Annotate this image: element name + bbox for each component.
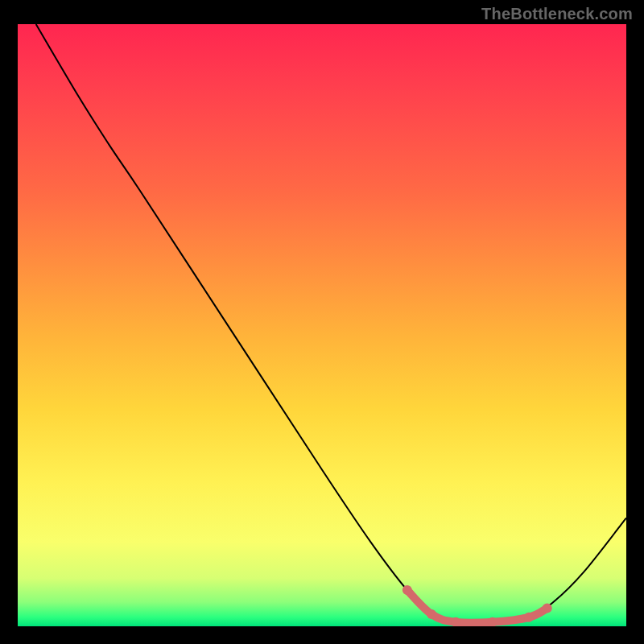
watermark-text: TheBottleneck.com bbox=[481, 5, 633, 23]
bottleneck-curve bbox=[36, 24, 626, 625]
optimal-point bbox=[524, 613, 534, 622]
optimal-point bbox=[427, 609, 436, 619]
optimal-point bbox=[402, 585, 412, 595]
plot-area bbox=[18, 24, 626, 626]
chart-stage: TheBottleneck.com bbox=[0, 0, 644, 644]
optimal-point bbox=[543, 604, 552, 613]
plot-svg bbox=[18, 24, 626, 626]
